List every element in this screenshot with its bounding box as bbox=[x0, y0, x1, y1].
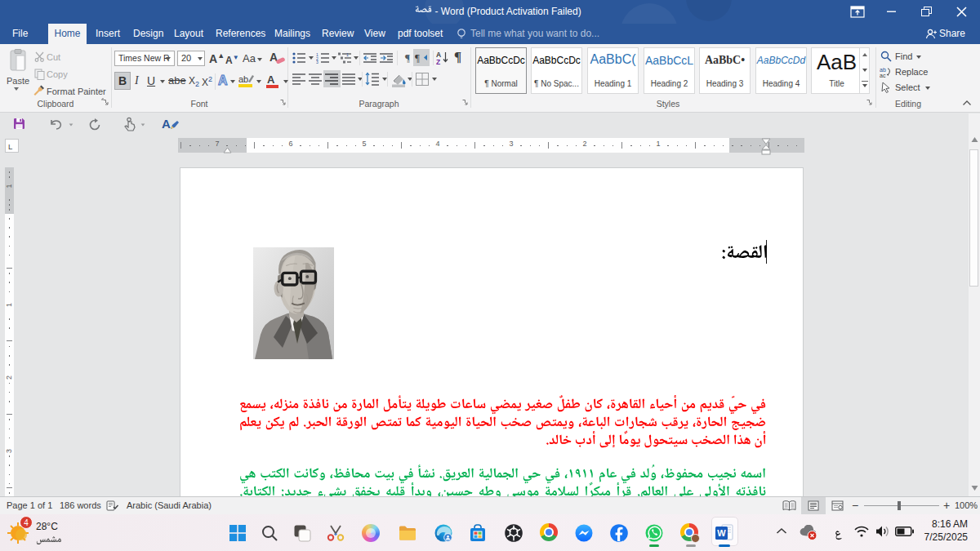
svg-text:1: 1 bbox=[346, 52, 349, 57]
svg-text:A: A bbox=[218, 73, 228, 87]
svg-text:A: A bbox=[267, 73, 275, 86]
svg-text:3: 3 bbox=[316, 60, 318, 64]
svg-text:Z: Z bbox=[436, 58, 440, 65]
svg-text:W: W bbox=[717, 528, 726, 538]
svg-text:ac: ac bbox=[880, 73, 886, 78]
svg-text:¶: ¶ bbox=[415, 51, 420, 64]
svg-text:ab: ab bbox=[880, 67, 886, 73]
svg-text:ab: ab bbox=[238, 74, 248, 84]
svg-text:¶: ¶ bbox=[405, 51, 410, 64]
